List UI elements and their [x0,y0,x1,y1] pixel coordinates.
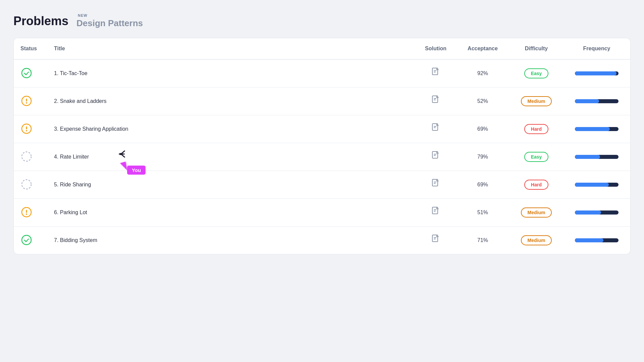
svg-rect-22 [434,182,436,182]
title-cell[interactable]: 2. Snake and Ladders [47,87,416,115]
status-attempted-icon [20,206,33,218]
difficulty-cell: Medium [509,199,563,227]
svg-rect-33 [434,239,436,239]
frequency-bar-bg [575,210,619,215]
acceptance-cell: 79% [456,143,509,171]
col-header-frequency: Frequency [563,38,630,59]
table-row[interactable]: 4. Rate Limiter 79% Easy [14,143,630,171]
frequency-cell [563,59,630,87]
frequency-bar-wrap [570,183,624,187]
svg-point-20 [22,180,31,189]
solution-cell[interactable] [416,199,456,227]
status-cell [14,87,47,115]
acceptance-cell: 92% [456,59,509,87]
frequency-cell [563,227,630,254]
table-row[interactable]: 6. Parking Lot 51% Medium [14,199,630,227]
difficulty-badge: Hard [524,124,548,134]
frequency-bar-bg [575,71,619,75]
solution-cell[interactable] [416,171,456,199]
solution-doc-icon [432,237,440,246]
svg-rect-14 [434,126,436,127]
frequency-cell [563,143,630,171]
table-body: 1. Tic-Tac-Toe 92% Easy [14,59,630,254]
table-row[interactable]: 7. Bidding System 71% Medium [14,227,630,254]
solution-cell[interactable] [416,59,456,87]
frequency-bar-bg [575,155,619,159]
svg-rect-18 [434,154,436,155]
svg-point-16 [22,152,31,161]
status-attempted-icon [20,123,33,135]
problems-table-container: Status Title Solution Acceptance Difficu… [13,38,631,254]
frequency-bar-fill [575,99,599,103]
table-row[interactable]: 2. Snake and Ladders 52% Medium [14,87,630,115]
table-row[interactable]: 1. Tic-Tac-Toe 92% Easy [14,59,630,87]
page-title: Problems [13,14,68,28]
status-cell [14,143,47,171]
frequency-bar-bg [575,99,619,103]
svg-rect-9 [434,100,436,100]
svg-rect-15 [434,127,436,128]
frequency-bar-bg [575,238,619,242]
frequency-bar-fill [575,183,609,187]
col-header-difficulty: Difficulty [509,38,563,59]
page-header: Problems NEW Design Patterns [13,13,631,28]
solution-doc-icon [432,70,440,79]
acceptance-cell: 69% [456,115,509,143]
design-patterns-link[interactable]: Design Patterns [76,18,143,28]
solution-cell[interactable] [416,143,456,171]
difficulty-cell: Easy [509,59,563,87]
solution-doc-icon [432,126,440,134]
status-cell [14,59,47,87]
frequency-cell [563,171,630,199]
status-solved-icon [20,234,33,246]
col-header-solution: Solution [416,38,456,59]
title-cell[interactable]: 6. Parking Lot [47,199,416,227]
problems-table: Status Title Solution Acceptance Difficu… [14,38,630,254]
difficulty-cell: Medium [509,227,563,254]
title-cell[interactable]: 1. Tic-Tac-Toe [47,59,416,87]
svg-rect-32 [434,237,436,238]
title-cell[interactable]: 7. Bidding System [47,227,416,254]
difficulty-badge: Medium [521,96,552,106]
frequency-cell [563,115,630,143]
title-cell[interactable]: 3. Expense Sharing Application [47,115,416,143]
acceptance-cell: 71% [456,227,509,254]
solution-cell[interactable] [416,87,456,115]
status-attempted-icon [20,95,33,107]
acceptance-cell: 51% [456,199,509,227]
status-cell [14,115,47,143]
title-cell[interactable]: 5. Ride Sharing [47,171,416,199]
table-row[interactable]: 3. Expense Sharing Application 69% Hard [14,115,630,143]
svg-rect-12 [26,126,27,129]
difficulty-badge: Hard [524,180,548,190]
difficulty-cell: Easy [509,143,563,171]
frequency-bar-wrap [570,127,624,131]
col-header-title: Title [47,38,416,59]
title-cell[interactable]: 4. Rate Limiter [47,143,416,171]
svg-rect-19 [434,155,436,156]
frequency-cell [563,199,630,227]
frequency-bar-wrap [570,155,624,159]
new-badge: NEW [78,13,88,17]
solution-doc-icon [432,182,440,190]
table-header: Status Title Solution Acceptance Difficu… [14,38,630,59]
col-header-acceptance: Acceptance [456,38,509,59]
svg-rect-8 [434,98,436,99]
difficulty-cell: Hard [509,171,563,199]
table-row[interactable]: 5. Ride Sharing 69% Hard [14,171,630,199]
svg-rect-3 [434,72,436,72]
frequency-cell [563,87,630,115]
frequency-bar-wrap [570,210,624,215]
status-cell [14,199,47,227]
svg-point-30 [22,235,31,245]
status-cell [14,227,47,254]
difficulty-badge: Easy [524,68,549,78]
frequency-bar-wrap [570,99,624,103]
solution-cell[interactable] [416,227,456,254]
svg-rect-28 [434,209,436,210]
solution-cell[interactable] [416,115,456,143]
svg-rect-26 [26,210,27,213]
status-todo-icon [20,150,33,163]
design-patterns-section: NEW Design Patterns [76,13,143,28]
acceptance-cell: 69% [456,171,509,199]
